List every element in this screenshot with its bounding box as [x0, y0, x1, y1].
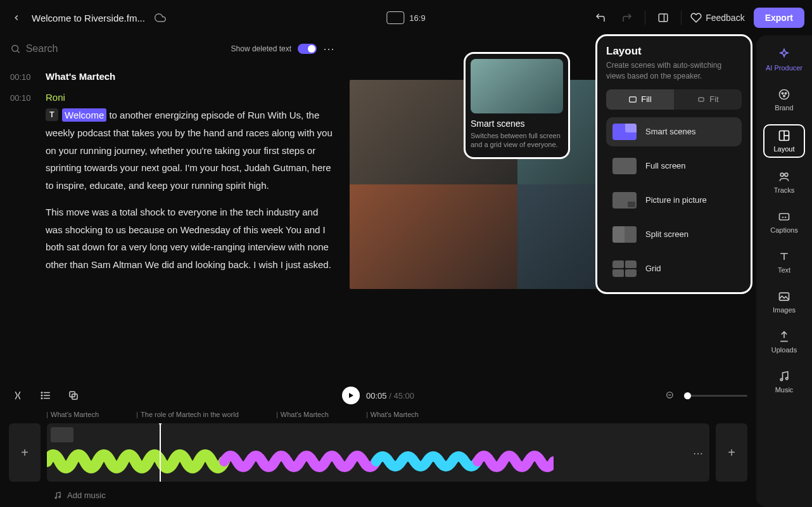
rail-music[interactable]: Music: [763, 366, 805, 397]
svg-point-8: [785, 93, 787, 94]
rail-captions[interactable]: Captions: [763, 207, 805, 238]
layout-option-label: Grid: [645, 264, 661, 273]
redo-button[interactable]: [618, 9, 636, 27]
layout-thumb-icon: [612, 124, 637, 140]
tooltip-title: Smart scenes: [471, 119, 563, 129]
svg-rect-15: [780, 214, 789, 220]
tooltip-desc: Switches between full screen and a grid …: [471, 131, 563, 150]
layout-thumb-icon: [612, 226, 637, 243]
divider: [645, 11, 645, 25]
svg-rect-4: [630, 97, 637, 102]
svg-point-2: [12, 45, 18, 51]
tooltip-thumbnail: [471, 59, 563, 113]
rail-label: Images: [773, 306, 796, 314]
chapter-label[interactable]: What's Martech: [47, 411, 99, 418]
layout-option-pip[interactable]: Picture in picture: [606, 186, 742, 215]
feedback-button[interactable]: Feedback: [690, 12, 744, 23]
layout-option-split-screen[interactable]: Split screen: [606, 220, 742, 249]
current-time: 00:05: [366, 391, 387, 401]
layout-thumb-icon: [612, 192, 637, 209]
transcript-paragraph[interactable]: This move was a total shock to everyone …: [46, 203, 334, 274]
search-input[interactable]: [26, 43, 225, 55]
aspect-ratio-icon[interactable]: [386, 11, 404, 24]
svg-point-17: [780, 378, 782, 380]
audio-track[interactable]: ⋯: [47, 423, 709, 482]
rail-tracks[interactable]: Tracks: [763, 167, 805, 198]
chapter-label[interactable]: What's Martech: [367, 411, 419, 418]
svg-point-23: [41, 395, 42, 396]
layout-thumb-icon: [612, 158, 637, 174]
svg-point-13: [780, 173, 783, 176]
rail-images[interactable]: Images: [763, 286, 805, 318]
svg-point-31: [59, 496, 60, 497]
chapters-tool[interactable]: [37, 387, 54, 404]
feedback-label: Feedback: [706, 13, 744, 23]
layout-thumb-icon: [612, 260, 637, 277]
smart-scenes-tooltip: Smart scenes Switches between full scree…: [464, 52, 570, 159]
speaker-name[interactable]: Roni: [46, 92, 334, 103]
layout-option-smart-scenes[interactable]: Smart scenes: [606, 117, 742, 146]
layout-option-full-screen[interactable]: Full screen: [606, 151, 742, 181]
show-deleted-toggle[interactable]: [298, 44, 317, 54]
zoom-slider[interactable]: [684, 395, 747, 397]
fit-label: Fit: [709, 94, 718, 104]
rail-label: Uploads: [771, 346, 797, 354]
fill-button[interactable]: Fill: [606, 89, 674, 110]
transcript-more-button[interactable]: ⋯: [323, 42, 334, 56]
highlighted-word[interactable]: Welcome: [62, 108, 106, 122]
add-track-left-button[interactable]: +: [9, 423, 41, 482]
rail-label: Text: [778, 266, 790, 274]
participant-video[interactable]: [350, 184, 517, 289]
transcript-paragraph[interactable]: TWelcome to another energizing episode o…: [46, 106, 334, 195]
rail-ai-producer[interactable]: AI Producer: [763, 44, 805, 75]
waveform: [47, 446, 554, 477]
layout-option-label: Picture in picture: [645, 195, 707, 205]
svg-point-9: [783, 95, 785, 97]
rail-layout[interactable]: Layout: [763, 124, 805, 158]
panel-toggle-icon[interactable]: [654, 9, 672, 27]
layout-panel: Layout Create scenes with auto-switching…: [595, 34, 752, 294]
layout-option-grid[interactable]: Grid: [606, 254, 742, 283]
fit-button[interactable]: Fit: [674, 89, 742, 110]
layout-option-label: Split screen: [645, 229, 688, 239]
duration-time: 45:00: [393, 391, 414, 401]
chapter-markers: What's Martech The role of Martech in th…: [9, 411, 747, 418]
rail-uploads[interactable]: Uploads: [763, 326, 805, 357]
svg-point-14: [785, 173, 788, 176]
transcript-text[interactable]: to another energizing episode of Run Wit…: [46, 110, 333, 191]
add-music-button[interactable]: Add music: [47, 487, 112, 504]
copy-tool[interactable]: [65, 387, 82, 404]
play-button[interactable]: [342, 387, 360, 404]
rail-brand[interactable]: Brand: [763, 84, 805, 115]
chapter-label[interactable]: What's Martech: [277, 411, 329, 418]
split-tool[interactable]: [9, 387, 27, 404]
rail-text[interactable]: Text: [763, 247, 805, 278]
search-icon: [10, 43, 21, 55]
section-title[interactable]: What's Martech: [46, 71, 115, 82]
playhead[interactable]: [160, 423, 161, 482]
back-button[interactable]: [8, 9, 25, 27]
svg-rect-5: [699, 98, 704, 101]
aspect-ratio-label: 16:9: [409, 13, 425, 23]
cloud-sync-icon[interactable]: [151, 9, 169, 27]
rail-label: Tracks: [774, 186, 795, 194]
playhead-time: 00:05 / 45:00: [366, 391, 414, 401]
export-button[interactable]: Export: [754, 8, 804, 28]
add-track-right-button[interactable]: +: [716, 423, 747, 482]
undo-button[interactable]: [592, 9, 609, 27]
section-time: 00:10: [10, 71, 35, 82]
svg-point-30: [55, 497, 56, 498]
show-deleted-label: Show deleted text: [231, 44, 291, 53]
rail-label: AI Producer: [766, 64, 802, 72]
divider: [681, 11, 682, 25]
svg-marker-27: [349, 393, 353, 398]
video-clip-thumb[interactable]: [51, 427, 73, 442]
add-music-label: Add music: [67, 491, 106, 500]
chapter-label[interactable]: The role of Martech in the world: [137, 411, 239, 418]
zoom-out-button[interactable]: [661, 387, 679, 404]
track-more-button[interactable]: ⋯: [693, 447, 703, 459]
layout-panel-desc: Create scenes with auto-switching views …: [606, 60, 742, 82]
layout-option-label: Full screen: [645, 161, 686, 170]
rail-label: Layout: [773, 145, 794, 153]
svg-point-24: [41, 398, 42, 399]
